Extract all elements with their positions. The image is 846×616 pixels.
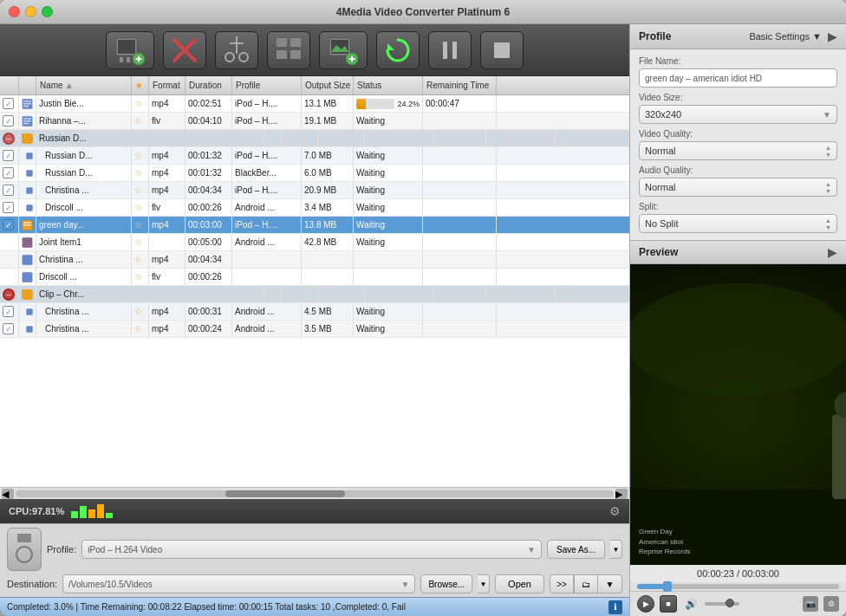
row-checkbox[interactable] [3,98,14,109]
row-minus[interactable]: – [3,289,15,301]
table-row[interactable]: Russian D... ☆ mp4 00:01:32 iPod – H....… [0,147,629,165]
table-row[interactable]: Rihanna –... ☆ flv 00:04:10 iPod – H....… [0,113,629,130]
save-as-button[interactable]: Save As... [547,540,605,559]
video-quality-select[interactable]: Normal ▲ ▼ [639,141,837,160]
file-button[interactable]: 🗂 [574,574,598,593]
forward-button[interactable]: >> [550,574,574,593]
more-button[interactable]: ▼ [598,574,622,593]
col-outsize-header[interactable]: Output Size [302,76,354,94]
bottom-controls: Profile: iPod – H.264 Video ▼ Save As...… [0,523,629,597]
browse-dropdown[interactable]: ▼ [478,574,490,593]
split-select[interactable]: No Split ▲ ▼ [639,214,837,233]
col-profile-header[interactable]: Profile [232,76,302,94]
close-button[interactable] [9,6,20,17]
col-duration-header[interactable]: Duration [185,76,232,94]
svg-rect-33 [23,120,31,121]
row-checkbox[interactable] [3,219,14,230]
row-checkbox[interactable] [3,323,14,334]
scroll-thumb[interactable] [225,490,345,497]
browse-button[interactable]: Browse... [420,574,472,593]
svg-point-12 [239,53,248,62]
row-checkbox[interactable] [3,185,14,196]
play-button[interactable]: ▶ [637,595,654,613]
destination-input[interactable]: /Volumes/10.5/Videos ▼ [62,574,415,593]
convert-button[interactable] [376,31,420,69]
video-controls: ▶ ■ 🔊 📷 ⚙ [630,591,846,616]
row-minus[interactable]: – [3,133,15,145]
video-quality-value: Normal [645,146,675,156]
destination-label: Destination: [7,579,57,589]
file-list[interactable]: Justin Bie... ☆ mp4 00:02:51 iPod – H...… [0,95,629,487]
svg-rect-49 [630,396,631,490]
svg-rect-51 [832,415,846,500]
table-row[interactable]: Justin Bie... ☆ mp4 00:02:51 iPod – H...… [0,95,629,113]
row-checkbox[interactable] [3,306,14,317]
add-file-button[interactable] [106,31,154,69]
profile-label: Profile: [47,544,76,554]
merge-button[interactable] [267,31,310,69]
table-row[interactable]: green day... ☆ mp4 00:03:00 iPod – H....… [0,217,629,234]
table-row[interactable]: Joint Item1 ☆ 00:05:00 Android ... 42.8 … [0,234,629,251]
maximize-button[interactable] [42,6,53,17]
col-name-header[interactable]: Name ▲ [36,76,132,94]
table-row[interactable]: – Clip – Chr... [0,286,629,303]
settings-video-icon[interactable]: ⚙ [823,596,839,612]
minimize-button[interactable] [25,6,36,17]
file-name-input[interactable] [639,68,837,88]
col-status-header[interactable]: Status [354,76,423,94]
cpu-graph [71,504,113,518]
horizontal-scrollbar[interactable]: ◀ ▶ [0,487,629,499]
basic-settings-button[interactable]: Basic Settings ▼ ▶ [749,29,837,43]
table-row[interactable]: Russian D... ☆ mp4 00:01:32 BlackBer... … [0,165,629,182]
svg-rect-38 [27,204,33,211]
pause-button[interactable] [428,31,472,69]
profile-select[interactable]: iPod – H.264 Video ▼ [81,540,542,559]
file-name-label: File Name: [639,56,837,66]
row-name: Rihanna –... [36,113,132,129]
forward-buttons[interactable]: >> 🗂 ▼ [550,574,622,593]
svg-rect-40 [23,222,31,223]
audio-quality-select[interactable]: Normal ▲ ▼ [639,178,837,197]
screenshot-icon[interactable]: 📷 [803,596,818,612]
cut-button[interactable] [215,31,258,69]
svg-rect-26 [494,42,510,58]
scroll-track[interactable] [16,490,614,497]
svg-rect-37 [27,187,33,193]
table-row[interactable]: Driscoll ... ☆ flv 00:00:26 Android ... … [0,199,629,217]
row-name: green day... [36,217,132,233]
row-checkbox[interactable] [3,115,14,126]
row-checkbox[interactable] [3,202,14,213]
volume-slider[interactable] [705,602,739,606]
col-remaining-header[interactable]: Remaining Time [423,76,497,94]
video-size-select[interactable]: 320x240 ▼ [639,105,837,124]
stop-button[interactable] [480,31,524,69]
volume-button[interactable]: 🔊 [682,595,700,613]
table-row[interactable]: Christina ... ☆ mp4 00:04:34 [0,251,629,269]
svg-point-53 [630,283,846,396]
preview-expand-icon[interactable]: ▶ [828,245,837,259]
stop-video-button[interactable]: ■ [660,595,677,613]
table-row[interactable]: Christina ... ☆ mp4 00:04:34 iPod – H...… [0,182,629,199]
album-text: Green Day American Idiot Reprise Records [639,527,691,556]
info-icon[interactable]: ℹ [608,600,622,614]
video-progress[interactable] [630,582,846,591]
row-checkbox[interactable] [3,150,14,161]
table-row[interactable]: – Russian D... [0,130,629,147]
delete-button[interactable] [163,31,206,69]
window-controls[interactable] [9,6,53,17]
row-name: Christina ... [36,303,132,320]
col-format-header[interactable]: Format [149,76,185,94]
preview-section: Preview ▶ [630,240,846,616]
row-name: Driscoll ... [36,199,132,216]
save-as-dropdown[interactable]: ▼ [610,540,622,559]
column-headers: Name ▲ ★ Format Duration Profile Output … [0,76,629,95]
table-row[interactable]: Driscoll ... ☆ flv 00:00:26 [0,269,629,286]
settings-icon[interactable]: ⚙ [609,504,621,518]
table-row[interactable]: Christina ... ☆ mp4 00:00:24 Android ...… [0,321,629,338]
table-row[interactable]: Christina ... ☆ mp4 00:00:31 Android ...… [0,303,629,321]
add-image-button[interactable] [319,31,368,69]
svg-rect-25 [452,42,457,59]
row-checkbox[interactable] [3,167,14,178]
open-button[interactable]: Open [495,574,544,593]
video-quality-label: Video Quality: [639,129,837,139]
